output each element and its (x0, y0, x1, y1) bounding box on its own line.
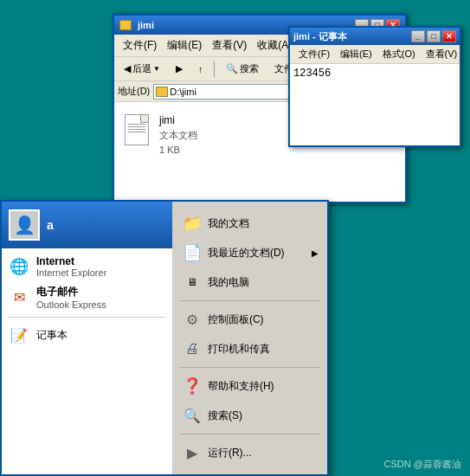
user-avatar: 👤 (9, 209, 40, 241)
ie-icon: 🌐 (9, 256, 29, 277)
recentdocs-arrow-icon: ▶ (312, 248, 319, 258)
run-icon: ▶ (182, 442, 203, 463)
recentdocs-icon: 📄 (182, 242, 203, 263)
notepad-close-button[interactable]: ✕ (442, 30, 456, 42)
up-button[interactable]: ↑ (192, 60, 209, 79)
start-menu-left: 👤 a 🌐 Internet Internet Explorer ✉ 电子邮件 … (2, 202, 173, 474)
notepad-titlebar: jimi - 记事本 _ □ ✕ (290, 28, 460, 45)
up-icon: ↑ (198, 64, 203, 74)
file-size: 1 KB (159, 143, 197, 158)
start-item-notepad[interactable]: 📝 记事本 (2, 321, 172, 349)
start-right-help[interactable]: ❓ 帮助和支持(H) (173, 371, 327, 401)
file-icon (125, 113, 152, 147)
forward-icon: ▶ (176, 63, 183, 74)
notepad-maximize-button[interactable]: □ (427, 30, 441, 42)
forward-button[interactable]: ▶ (170, 60, 189, 79)
start-item-ie[interactable]: 🌐 Internet Internet Explorer (2, 252, 172, 281)
start-menu: 👤 a 🌐 Internet Internet Explorer ✉ 电子邮件 … (0, 200, 329, 476)
mycomputer-label: 我的电脑 (208, 275, 249, 290)
file-name: jimi (159, 113, 197, 128)
printer-icon: 🖨 (182, 338, 203, 359)
search-icon: 🔍 (226, 63, 238, 74)
notepad-menu-file[interactable]: 文件(F) (293, 46, 335, 62)
menu-edit[interactable]: 编辑(E) (162, 36, 207, 55)
help-icon: ❓ (182, 376, 203, 396)
right-divider-1 (180, 300, 320, 301)
notepad-title: jimi - 记事本 (293, 30, 347, 43)
explorer-title: jimi (138, 20, 154, 30)
toolbar-separator-1 (214, 61, 215, 77)
notepad-menu-format[interactable]: 格式(O) (377, 46, 421, 62)
start-right-run[interactable]: ▶ 运行(R)... (173, 438, 327, 467)
notepad-window: jimi - 记事本 _ □ ✕ 文件(F) 编辑(E) 格式(O) 查看(V)… (288, 26, 461, 147)
address-label: 地址(D) (118, 85, 150, 98)
file-type: 文本文档 (159, 128, 197, 143)
search-button[interactable]: 🔍 搜索 (220, 60, 265, 79)
start-right-search[interactable]: 🔍 搜索(S) (173, 401, 327, 430)
mycomputer-icon: 🖥 (182, 272, 203, 293)
email-icon: ✉ (9, 287, 29, 308)
notepad-minimize-button[interactable]: _ (411, 30, 425, 42)
start-menu-header: 👤 a (2, 202, 172, 248)
menu-file[interactable]: 文件(F) (118, 36, 162, 55)
notepad-window-controls: _ □ ✕ (411, 30, 456, 42)
back-arrow-icon: ◀ (124, 63, 131, 74)
watermark: CSDN @蒜蓉酱油 (384, 458, 461, 471)
search-label: 搜索 (240, 62, 259, 75)
controlpanel-icon: ⚙ (182, 309, 203, 330)
printer-label: 打印机和传真 (208, 342, 270, 357)
notepad-content-area[interactable]: 123456 (290, 64, 460, 145)
titlebar-folder-icon (119, 20, 132, 30)
start-menu-divider-1 (9, 317, 165, 318)
start-menu-pinned: 🌐 Internet Internet Explorer ✉ 电子邮件 Outl… (2, 248, 172, 352)
search-label: 搜索(S) (208, 408, 242, 423)
controlpanel-label: 控制面板(C) (208, 312, 264, 327)
menu-view[interactable]: 查看(V) (207, 36, 252, 55)
start-right-printer[interactable]: 🖨 打印机和传真 (173, 334, 327, 363)
run-label: 运行(R)... (208, 446, 252, 460)
back-button[interactable]: ◀ 后退 ▼ (118, 60, 166, 79)
mydocs-label: 我的文档 (208, 216, 249, 231)
start-item-ie-label: Internet Internet Explorer (36, 255, 106, 278)
search-icon: 🔍 (182, 405, 203, 426)
back-label: 后退 (132, 62, 151, 75)
start-right-controlpanel[interactable]: ⚙ 控制面板(C) (173, 305, 327, 334)
mydocs-icon: 📁 (182, 213, 203, 234)
start-right-mycomputer[interactable]: 🖥 我的电脑 (173, 267, 327, 297)
help-label: 帮助和支持(H) (208, 379, 274, 394)
recentdocs-label: 我最近的文档(D) (208, 246, 285, 261)
right-divider-2 (180, 367, 320, 368)
notepad-icon: 📝 (9, 325, 29, 345)
right-divider-3 (180, 434, 320, 434)
notepad-menubar: 文件(F) 编辑(E) 格式(O) 查看(V) (290, 45, 460, 64)
start-menu-right: 📁 我的文档 📄 我最近的文档(D) ▶ 🖥 我的电脑 ⚙ 控制面板(C) 🖨 … (173, 202, 327, 474)
notepad-menu-view[interactable]: 查看(V) (421, 46, 463, 62)
address-folder-icon (156, 87, 168, 97)
start-right-mydocs[interactable]: 📁 我的文档 (173, 209, 327, 238)
start-item-notepad-label: 记事本 (36, 328, 68, 343)
start-item-email[interactable]: ✉ 电子邮件 Outlook Express (2, 281, 172, 313)
user-name: a (47, 218, 54, 232)
file-meta: jimi 文本文档 1 KB (159, 113, 197, 157)
watermark-text: CSDN @蒜蓉酱油 (384, 459, 461, 469)
titlebar-title-area: jimi (119, 20, 154, 30)
notepad-text: 123456 (293, 68, 331, 80)
notepad-menu-edit[interactable]: 编辑(E) (335, 46, 377, 62)
back-dropdown-icon: ▼ (153, 65, 160, 73)
start-right-recentdocs[interactable]: 📄 我最近的文档(D) ▶ (173, 238, 327, 267)
start-item-email-label: 电子邮件 Outlook Express (36, 285, 106, 310)
